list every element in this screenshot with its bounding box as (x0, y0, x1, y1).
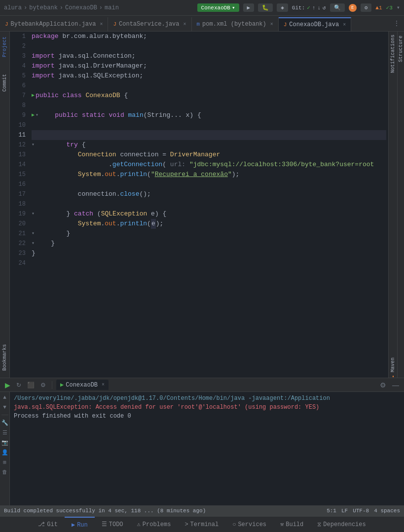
panel-left-tools: ▲ ▼ 🔧 ☰ 📷 👤 ⊞ 🗑 (0, 392, 10, 505)
stop-bottom-btn[interactable]: ⬛ (25, 382, 37, 389)
cursor-position[interactable]: 5:1 (327, 508, 336, 514)
undo-icon: ↺ (323, 4, 326, 11)
tool-person[interactable]: 👤 (1, 449, 8, 456)
search-button[interactable]: 🔍 (330, 3, 345, 12)
java-icon: J (284, 22, 287, 28)
breadcrumb-conexaodb[interactable]: ConexaoDB (65, 4, 97, 11)
line-numbers: 1 2 3 4 5 6 7 8 9 10 11 12 13 14 15 16 1… (10, 32, 30, 378)
nav-item-dependencies[interactable]: ⧖ Dependencies (310, 517, 372, 532)
cmd-line-1: /Users/everyline/.jabba/jdk/openjdk@1.17… (14, 394, 330, 403)
tab-pom[interactable]: m pom.xml (bytebank) × (192, 17, 279, 31)
close-panel-btn[interactable]: — (390, 381, 401, 389)
java-icon: J (5, 21, 8, 27)
services-icon: ○ (232, 521, 236, 528)
right-sidebar: Notifications Maven (388, 32, 397, 378)
checks-badge: ✓3 (386, 4, 393, 11)
code-editor[interactable]: package br.com.alura.bytebank; import ja… (30, 32, 388, 378)
close-tab-icon[interactable]: × (102, 382, 105, 388)
tool-trash[interactable]: 🗑 (1, 468, 8, 475)
profile-icon[interactable]: E (349, 4, 357, 12)
editor-container: 1 2 3 4 5 6 7 8 9 10 11 12 13 14 15 16 1… (10, 32, 388, 378)
nav-item-todo[interactable]: ☰ TODO (95, 517, 130, 532)
checkmark-icon: ✓ (307, 4, 310, 11)
run-bottom-btn[interactable]: ▶ (3, 381, 12, 389)
sidebar-item-project[interactable]: Project (2, 34, 7, 60)
run-gutter-btn-9[interactable]: ▶ (32, 110, 35, 120)
build-button[interactable]: ▶ (243, 3, 255, 12)
nav-item-git[interactable]: ⎇ Git (31, 517, 65, 532)
line-ending[interactable]: LF (341, 508, 348, 514)
nav-item-services[interactable]: ○ Services (225, 517, 273, 532)
java-icon: J (113, 21, 116, 27)
git-status: Git: ✓ ↑ ↓ ↺ (292, 4, 326, 11)
charset[interactable]: UTF-8 (353, 508, 369, 514)
rerun-bottom-btn[interactable]: ↻ (14, 382, 23, 389)
git-icon: ⎇ (38, 521, 45, 528)
dependencies-icon: ⧖ (317, 521, 321, 528)
nav-label-run: Run (77, 522, 88, 529)
status-right: 5:1 LF UTF-8 4 spaces (327, 508, 400, 514)
nav-label-problems: Problems (143, 521, 171, 528)
notifications-label[interactable]: Notifications (390, 32, 396, 76)
tool-filter[interactable]: ☰ (1, 429, 8, 436)
breadcrumb-main[interactable]: main (105, 4, 119, 11)
tool-camera[interactable]: 📷 (1, 439, 8, 446)
nav-item-terminal[interactable]: > Terminal (178, 517, 225, 532)
code-line-5: import java.sql.SQLException; (32, 71, 386, 81)
breadcrumb-alura[interactable]: alura (4, 4, 22, 11)
problems-icon: ⚠ (137, 521, 141, 528)
breadcrumb-bytebank[interactable]: bytebank (29, 4, 58, 11)
terminal-icon: > (184, 521, 188, 528)
code-line-12: ▾ try { (32, 140, 386, 150)
dropdown-icon: ▾ (232, 4, 235, 11)
tool-arrow-up[interactable]: ▲ (1, 394, 8, 401)
tabs-bar: J BytebankApplication.java × J ContaServ… (0, 16, 404, 32)
tab-label: ConexaoDB.java (289, 21, 339, 28)
code-line-3: import java.sql.Connection; (32, 51, 386, 61)
coverage-button[interactable]: ◈ (277, 3, 288, 12)
close-icon[interactable]: × (270, 22, 273, 27)
close-icon[interactable]: × (100, 22, 103, 27)
tab-label: BytebankApplication.java (11, 21, 96, 28)
nav-item-run[interactable]: ▶ Run (65, 517, 95, 532)
run-nav-icon: ▶ (72, 521, 75, 529)
close-icon[interactable]: × (343, 22, 346, 28)
main-area: Project Commit Bookmarks 1 2 3 4 5 6 7 8… (0, 32, 404, 378)
maven-label[interactable]: Maven (390, 355, 396, 375)
more-tabs-button[interactable]: ⋮ (389, 19, 404, 28)
bottom-tab-run[interactable]: ▶ ConexaoDB × (56, 380, 109, 390)
run-tab-label: ConexaoDB (66, 382, 98, 389)
debug-button[interactable]: 🐛 (258, 3, 273, 12)
indent[interactable]: 4 spaces (374, 508, 400, 514)
tool-wrench[interactable]: 🔧 (1, 419, 8, 426)
bottom-tabs: ▶ ↻ ⬛ ⚙ ▶ ConexaoDB × ⚙ — (0, 378, 404, 392)
tab-bytebank-application[interactable]: J BytebankApplication.java × (0, 17, 108, 31)
nav-label-dependencies: Dependencies (323, 521, 366, 528)
tool-layout[interactable]: ⊞ (1, 459, 8, 465)
code-line-15: System.out.println("Recuperei a conexão"… (32, 170, 386, 179)
code-line-1: package br.com.alura.bytebank; (32, 32, 386, 41)
nav-item-problems[interactable]: ⚠ Problems (130, 517, 178, 532)
code-line-8 (32, 101, 386, 110)
title-bar: alura › bytebank › ConexaoDB › main Cone… (0, 0, 404, 16)
code-line-16 (32, 179, 386, 189)
structure-label[interactable]: Structure (398, 32, 404, 66)
tab-conexaodb[interactable]: J ConexaoDB.java × (279, 17, 351, 31)
nav-label-terminal: Terminal (190, 521, 219, 528)
settings-panel-btn[interactable]: ⚙ (378, 381, 388, 389)
settings-bottom-btn[interactable]: ⚙ (38, 382, 48, 389)
nav-item-build[interactable]: ⚒ Build (273, 517, 310, 532)
sidebar-item-commit[interactable]: Commit (2, 71, 7, 95)
code-line-11 (32, 130, 386, 140)
nav-label-git: Git (47, 521, 58, 528)
run-gutter-btn-7[interactable]: ▶ (32, 91, 35, 101)
nav-label-services: Services (238, 521, 266, 528)
close-icon[interactable]: × (183, 22, 186, 27)
more-button[interactable]: ⚙ (361, 3, 372, 12)
run-config-button[interactable]: ConexaoDB ▾ (197, 3, 239, 12)
err-line-1: java.sql.SQLException: Access denied for… (14, 403, 330, 412)
warnings-badge: ▲1 (375, 5, 382, 11)
sidebar-item-bookmarks[interactable]: Bookmarks (2, 341, 7, 374)
tab-conta-service[interactable]: J ContaService.java × (108, 17, 191, 31)
tool-arrow-down[interactable]: ▼ (1, 404, 8, 411)
